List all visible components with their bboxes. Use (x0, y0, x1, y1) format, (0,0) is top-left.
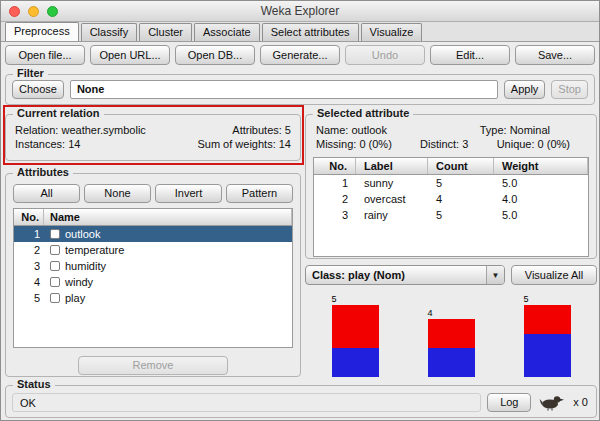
label-count: 5 (428, 175, 494, 191)
label-row-sunny[interactable]: 1 sunny 5 5.0 (314, 175, 588, 191)
column-header-weight[interactable]: Weight (494, 158, 588, 174)
attribute-checkbox[interactable] (50, 293, 60, 303)
label-no: 3 (314, 207, 356, 223)
attribute-name: outlook (65, 226, 100, 242)
relation-instances: Instances: 14 (15, 137, 80, 151)
attribute-row-play[interactable]: 5 play (14, 290, 292, 306)
attribute-checkbox[interactable] (50, 245, 60, 255)
column-header-no[interactable]: No. (314, 158, 356, 174)
label-counts-header: No. Label Count Weight (314, 158, 588, 175)
status-panel: Status OK Log x 0 (5, 385, 597, 418)
attribute-row-temperature[interactable]: 2 temperature (14, 242, 292, 258)
relation-name: Relation: weather.symbolic (15, 123, 146, 137)
histogram-bar-rainy: 5 (499, 294, 595, 377)
column-header-label[interactable]: Label (356, 158, 428, 174)
relation-sum-of-weights: Sum of weights: 14 (197, 137, 291, 151)
log-counter: x 0 (573, 396, 590, 408)
attribute-name: temperature (65, 242, 124, 258)
attribute-row-windy[interactable]: 4 windy (14, 274, 292, 290)
attributes-table: No. Name 1 outlook 2 temperature 3 humid… (13, 208, 293, 348)
invert-button[interactable]: Invert (155, 184, 222, 203)
tab-preprocess[interactable]: Preprocess (5, 22, 79, 41)
attribute-no: 5 (14, 290, 44, 306)
column-header-count[interactable]: Count (428, 158, 494, 174)
label-no: 2 (314, 191, 356, 207)
chevron-down-icon[interactable]: ▼ (486, 266, 504, 284)
weka-bird-icon (539, 393, 565, 411)
title-bar: Weka Explorer (1, 1, 599, 22)
attribute-no: 1 (14, 226, 44, 242)
tab-visualize[interactable]: Visualize (361, 23, 423, 41)
attribute-checkbox[interactable] (50, 229, 60, 239)
label-value: sunny (356, 175, 428, 191)
class-combobox-value: Class: play (Nom) (306, 266, 486, 284)
histogram-count-label: 5 (524, 294, 571, 305)
selected-attribute-panel: Selected attribute Name: outlook Type: N… (305, 114, 597, 259)
tab-select-attributes[interactable]: Select attributes (262, 23, 359, 41)
attribute-no: 2 (14, 242, 44, 258)
attribute-no: 3 (14, 258, 44, 274)
current-relation-panel: Current relation Relation: weather.symbo… (5, 114, 301, 161)
generate-button[interactable]: Generate... (260, 45, 340, 65)
label-counts-table: No. Label Count Weight 1 sunny 5 5.0 2 o… (313, 157, 589, 257)
class-segment-blue (332, 348, 379, 377)
stop-filter-button[interactable]: Stop (551, 80, 588, 99)
status-message: OK (12, 393, 481, 412)
window-title: Weka Explorer (1, 1, 599, 22)
all-button[interactable]: All (13, 184, 80, 203)
label-weight: 4.0 (494, 191, 588, 207)
label-row-overcast[interactable]: 2 overcast 4 4.0 (314, 191, 588, 207)
label-weight: 5.0 (494, 175, 588, 191)
label-weight: 5.0 (494, 207, 588, 223)
class-segment-red (524, 305, 571, 334)
attribute-name: humidity (65, 258, 106, 274)
class-histogram: 545 (305, 289, 597, 377)
attributes-title: Attributes (13, 166, 73, 178)
histogram-count-label: 4 (428, 308, 475, 319)
column-header-no[interactable]: No. (14, 209, 44, 225)
choose-filter-button[interactable]: Choose (12, 80, 64, 99)
attribute-name: windy (65, 274, 93, 290)
column-header-name[interactable]: Name (44, 209, 292, 225)
apply-filter-button[interactable]: Apply (504, 80, 546, 99)
visualize-all-button[interactable]: Visualize All (511, 265, 597, 285)
tab-associate[interactable]: Associate (194, 23, 260, 41)
attribute-checkbox[interactable] (50, 261, 60, 271)
none-button[interactable]: None (84, 184, 151, 203)
remove-button[interactable]: Remove (78, 356, 228, 375)
label-row-rainy[interactable]: 3 rainy 5 5.0 (314, 207, 588, 223)
label-value: overcast (356, 191, 428, 207)
selected-attribute-title: Selected attribute (313, 107, 413, 119)
class-combobox[interactable]: Class: play (Nom) ▼ (305, 265, 505, 285)
attribute-row-outlook[interactable]: 1 outlook (14, 226, 292, 242)
current-relation-title: Current relation (13, 107, 104, 119)
filter-value-field[interactable]: None (70, 80, 498, 99)
selected-distinct: Distinct: 3 (420, 137, 468, 151)
edit-button[interactable]: Edit... (430, 45, 510, 65)
weka-explorer-window: Weka Explorer Preprocess Classify Cluste… (0, 0, 600, 421)
open-url-button[interactable]: Open URL... (90, 45, 170, 65)
open-db-button[interactable]: Open DB... (175, 45, 255, 65)
label-count: 4 (428, 191, 494, 207)
save-button[interactable]: Save... (515, 45, 595, 65)
tab-cluster[interactable]: Cluster (139, 23, 192, 41)
pattern-button[interactable]: Pattern (226, 184, 293, 203)
toolbar: Open file... Open URL... Open DB... Gene… (5, 45, 595, 65)
attribute-no: 4 (14, 274, 44, 290)
tab-classify[interactable]: Classify (81, 23, 138, 41)
histogram-bar-overcast: 4 (403, 308, 499, 377)
filter-panel: Filter Choose None Apply Stop (5, 74, 595, 105)
selected-unique: Unique: 0 (0%) (497, 137, 570, 151)
undo-button[interactable]: Undo (345, 45, 425, 65)
attribute-row-humidity[interactable]: 3 humidity (14, 258, 292, 274)
histogram-bar-sunny: 5 (307, 294, 403, 377)
selected-name: Name: outlook (316, 123, 387, 137)
selected-missing: Missing: 0 (0%) (316, 137, 392, 151)
class-segment-blue (524, 334, 571, 377)
attribute-checkbox[interactable] (50, 277, 60, 287)
log-button[interactable]: Log (487, 393, 531, 412)
label-value: rainy (356, 207, 428, 223)
relation-attributes: Attributes: 5 (232, 123, 291, 137)
open-file-button[interactable]: Open file... (5, 45, 85, 65)
attributes-panel: Attributes All None Invert Pattern No. N… (5, 173, 301, 377)
